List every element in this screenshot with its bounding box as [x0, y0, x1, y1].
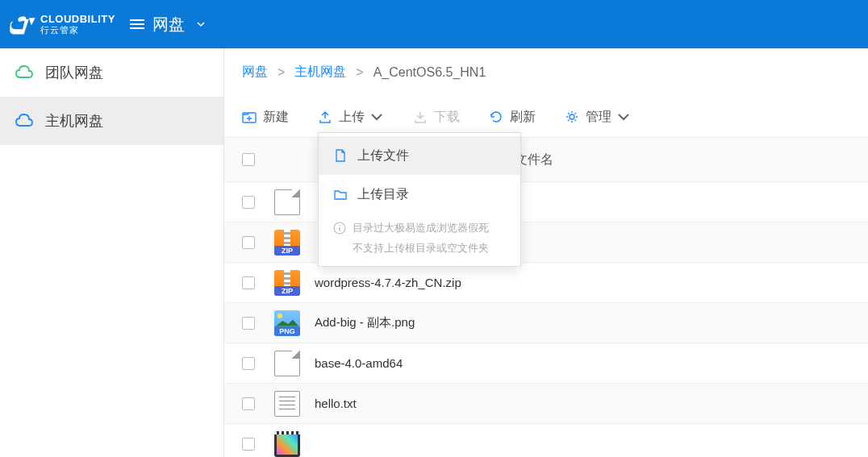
breadcrumb-mid[interactable]: 主机网盘 [294, 64, 346, 81]
main-panel: 网盘 > 主机网盘 > A_CentOS6.5_HN1 新建 上传 下载 刷新 [224, 48, 868, 457]
manage-label: 管理 [586, 109, 611, 126]
upload-note-line2: 不支持上传根目录或空文件夹 [353, 239, 489, 259]
cloud-solid-icon [15, 111, 34, 131]
module-switcher[interactable]: 网盘 [130, 14, 206, 35]
manage-button[interactable]: 管理 [565, 109, 631, 126]
file-row[interactable] [224, 424, 868, 457]
download-label: 下载 [434, 109, 460, 126]
file-icon [274, 351, 300, 376]
zip-icon: ZIP [274, 270, 300, 296]
zip-icon: ZIP [274, 230, 300, 256]
upload-file-label: 上传文件 [357, 147, 409, 164]
row-checkbox[interactable] [242, 357, 255, 370]
app-header: CLOUDBILITY 行云管家 网盘 [0, 0, 868, 48]
row-checkbox[interactable] [242, 236, 255, 249]
module-name: 网盘 [152, 14, 185, 35]
chevron-down-icon [369, 110, 384, 124]
file-icon [274, 189, 300, 215]
file-row[interactable]: hello.txt [224, 384, 868, 424]
breadcrumb: 网盘 > 主机网盘 > A_CentOS6.5_HN1 [224, 48, 868, 97]
hamburger-icon [130, 19, 144, 29]
new-button[interactable]: 新建 [242, 109, 289, 126]
chevron-down-icon [616, 110, 631, 124]
breadcrumb-current: A_CentOS6.5_HN1 [373, 65, 486, 80]
svg-point-2 [570, 114, 574, 119]
breadcrumb-root[interactable]: 网盘 [242, 64, 268, 81]
select-all-checkbox[interactable] [242, 153, 255, 166]
brand-logo[interactable]: CLOUDBILITY 行云管家 [10, 13, 115, 35]
info-icon [333, 222, 346, 235]
file-row[interactable]: ZIP wordpress-4.7.4-zh_CN.zip [224, 263, 868, 303]
brand-en: CLOUDBILITY [40, 14, 115, 24]
video-icon [274, 431, 300, 457]
refresh-icon [489, 110, 503, 124]
row-checkbox[interactable] [242, 438, 255, 451]
cloud-outline-icon [15, 63, 34, 82]
breadcrumb-sep: > [356, 65, 363, 80]
file-name: Add-big - 副本.png [315, 315, 850, 330]
sidebar-item-label: 主机网盘 [45, 111, 103, 131]
upload-dropdown: 上传文件 上传目录 目录过大极易造成浏览器假死 不支持上传根目录或空文件夹 [318, 132, 521, 267]
sidebar-item-team-disk[interactable]: 团队网盘 [0, 48, 223, 97]
file-name: hello.txt [315, 397, 850, 410]
upload-file-item[interactable]: 上传文件 [319, 136, 520, 175]
new-folder-icon [242, 110, 257, 124]
row-checkbox[interactable] [242, 317, 255, 330]
folder-icon [333, 187, 348, 201]
upload-folder-item[interactable]: 上传目录 [319, 175, 520, 214]
txt-icon [274, 391, 300, 417]
download-button[interactable]: 下载 [413, 109, 460, 126]
breadcrumb-sep: > [278, 65, 285, 80]
sidebar-item-host-disk[interactable]: 主机网盘 [0, 97, 223, 145]
download-icon [413, 110, 428, 124]
file-row[interactable]: PNG Add-big - 副本.png [224, 303, 868, 343]
row-checkbox[interactable] [242, 276, 255, 289]
upload-label: 上传 [339, 109, 365, 126]
upload-note-line1: 目录过大极易造成浏览器假死 [353, 218, 489, 239]
new-label: 新建 [263, 109, 289, 126]
upload-folder-label: 上传目录 [357, 186, 409, 203]
refresh-label: 刷新 [510, 109, 536, 126]
upload-icon [318, 110, 332, 124]
refresh-button[interactable]: 刷新 [489, 109, 536, 126]
toolbar: 新建 上传 下载 刷新 管理 [224, 97, 868, 137]
brand-cn: 行云管家 [40, 26, 115, 35]
file-row[interactable]: base-4.0-amd64 [224, 343, 868, 384]
png-icon: PNG [274, 310, 300, 336]
file-icon [333, 148, 348, 163]
file-name: wordpress-4.7.4-zh_CN.zip [315, 276, 850, 289]
sidebar-item-label: 团队网盘 [45, 63, 103, 82]
chevron-down-icon [196, 19, 206, 29]
upload-button[interactable]: 上传 [318, 109, 384, 126]
row-checkbox[interactable] [242, 196, 255, 209]
logo-icon [10, 13, 35, 35]
svg-marker-0 [29, 18, 35, 25]
row-checkbox[interactable] [242, 397, 255, 410]
sidebar: 团队网盘 主机网盘 [0, 48, 224, 457]
upload-note: 目录过大极易造成浏览器假死 不支持上传根目录或空文件夹 [319, 214, 520, 258]
gear-icon [565, 110, 579, 124]
file-name: base-4.0-amd64 [315, 356, 850, 370]
